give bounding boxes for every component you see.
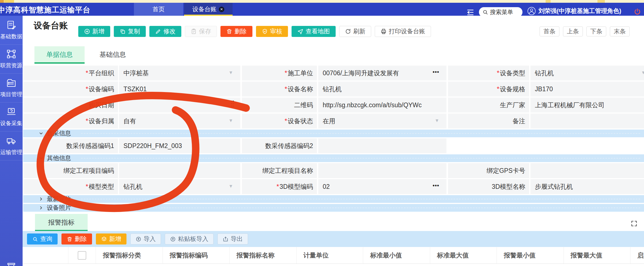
field-label-3D模型名称: 3D模型名称 [448, 179, 529, 194]
toolbar-button-修改[interactable]: 修改 [149, 26, 181, 37]
more-dots-icon[interactable]: ••• [433, 182, 439, 189]
chevron-down-icon[interactable]: ▼ [435, 118, 439, 123]
toolbar-button-刷新[interactable]: 刷新 [339, 26, 371, 37]
top-tab-equipment-ledger[interactable]: 设备台账 ✕ [184, 3, 233, 16]
alarm-button-粘贴板导入[interactable]: 粘贴板导入 [165, 233, 214, 244]
alarm-button-删除[interactable]: 删除 [61, 233, 92, 244]
nav-button-末条[interactable]: 末条 [610, 26, 630, 36]
nav-button-首条[interactable]: 首条 [540, 26, 559, 36]
alarm-button-新增[interactable]: 新增 [96, 233, 126, 244]
collapse-menu-icon[interactable] [466, 8, 475, 17]
user-avatar-icon [527, 7, 536, 15]
table-header-标准最小值: 标准最小值 [363, 247, 430, 264]
field-label-设备名称: *设备名称 [242, 82, 317, 96]
menu-search-label: 搜索菜单 [490, 8, 513, 16]
field-value-绑定工程项目名称[interactable] [318, 163, 446, 178]
fullscreen-icon[interactable] [630, 220, 638, 227]
printer-icon [381, 28, 387, 34]
field-value-绑定GPS卡号[interactable] [530, 163, 644, 178]
toolbar-button-审核[interactable]: 审核 [256, 26, 288, 37]
table-header-报警最大值: 报警最大值 [564, 247, 630, 264]
toolbar-button-复制[interactable]: 复制 [114, 26, 146, 37]
chevron-down-icon[interactable]: ▼ [641, 70, 644, 76]
field-value-二维码[interactable]: http://sg.nbzcgk.com/a/t/sub/QYWc [318, 98, 446, 112]
user-chip[interactable]: 刘荣强(中淳桩基施工管理角色) [527, 7, 621, 15]
section-bar-最新定位[interactable]: 最新定位 [23, 195, 644, 203]
field-label-平台组织: *平台组织 [23, 66, 118, 80]
active-form-tab-underline [34, 62, 85, 64]
alarm-button-导出[interactable]: 导出 [217, 233, 248, 244]
sidebar-item-1[interactable]: 基础数据 [0, 16, 23, 45]
toolbar-button-打印设备台账[interactable]: 打印设备台账 [375, 26, 431, 37]
section-label: 设备照片 [47, 204, 71, 212]
required-asterisk: * [285, 69, 287, 77]
toolbar-button-保存[interactable]: 保存 [185, 26, 217, 37]
chevron-down-icon[interactable] [39, 131, 44, 136]
field-value-设备编码[interactable]: TSZK01 [119, 82, 240, 96]
field-value-生产厂家[interactable]: 上海工程机械厂有限公司 [530, 98, 644, 112]
sidebar-item-4[interactable]: 设备采集 [0, 103, 23, 131]
field-value-设备名称[interactable]: 钻孔机 [318, 82, 446, 96]
close-icon[interactable]: ✕ [219, 7, 224, 12]
field-value-3D模型编码[interactable]: 02••• [318, 179, 446, 194]
section-bar-其他信息[interactable]: 其他信息 [23, 154, 644, 162]
trash-icon [226, 28, 232, 34]
search-icon [482, 9, 488, 15]
field-value-数采传感器编码1[interactable]: SDP220H_FM2_003 [119, 138, 240, 153]
toolbar-button-删除[interactable]: 删除 [220, 26, 252, 37]
nav-button-下条[interactable]: 下条 [586, 26, 606, 36]
tab-basic-info[interactable]: 基础信息 [88, 46, 138, 63]
toolbar-button-查看地图[interactable]: 查看地图 [292, 26, 336, 37]
chevron-down-icon[interactable]: ▼ [228, 70, 233, 76]
upload-circle-icon [170, 236, 176, 242]
field-value-数采传感器编码2[interactable] [318, 138, 446, 153]
field-value-施工单位[interactable]: 00706/上海同升建设发展有••• [318, 66, 446, 80]
section-bar-数采信息[interactable]: 数采信息 [23, 130, 644, 137]
field-value-模型类型[interactable]: 钻孔机▼ [119, 179, 240, 194]
field-value-备注[interactable] [530, 114, 644, 128]
sidebar-item-5[interactable]: 运输管理 [0, 131, 23, 160]
tab-alarm-indicators[interactable]: 报警指标 [35, 214, 88, 231]
copy-icon [120, 28, 126, 34]
field-label-施工单位: *施工单位 [242, 66, 317, 80]
date-picker-icon[interactable]: •••••• [231, 100, 234, 107]
field-value-3D模型名称[interactable]: 步履式钻孔机 [530, 179, 644, 194]
table-header-启用: 启用 [630, 247, 644, 264]
user-name: 刘荣强(中淳桩基施工管理角色) [538, 7, 621, 15]
chevron-right-icon[interactable] [39, 197, 44, 201]
field-value-绑定工程项目编码[interactable] [119, 163, 240, 178]
alarm-button-导入[interactable]: 导入 [130, 233, 161, 244]
field-value-设备类型[interactable]: 钻孔机▼ [530, 66, 644, 80]
chevron-down-icon[interactable] [39, 156, 44, 161]
field-label-设备状态: *设备状态 [242, 114, 317, 128]
table-header-标准最大值: 标准最大值 [430, 247, 497, 264]
table-header-报警指标分类: 报警指标分类 [96, 247, 162, 264]
top-tab-home[interactable]: 首页 [134, 3, 183, 16]
toolbar-button-新增[interactable]: 新增 [78, 26, 110, 37]
field-value-设备状态[interactable]: 在用▼ [318, 114, 446, 128]
field-value-设备归属[interactable]: 自有▼ [119, 114, 240, 128]
sidebar-item-label: 基础数据 [0, 33, 22, 40]
field-value-设备规格[interactable]: JB170 [530, 82, 644, 96]
tab-document-info[interactable]: 单据信息 [34, 46, 85, 63]
browser-strip-box [546, 0, 551, 3]
nav-button-上条[interactable]: 上条 [563, 26, 583, 36]
logout-power-icon[interactable] [634, 8, 641, 15]
field-label-数采传感器编码1: 数采传感器编码1 [23, 138, 118, 153]
chevron-down-icon[interactable]: ▼ [228, 118, 233, 123]
sidebar-item-3[interactable]: 项目管理 [0, 74, 23, 103]
browser-strip-box [4, 0, 14, 3]
sidebar-item-2[interactable]: 联营资源 [0, 45, 23, 74]
sidebar-item-label: 联营资源 [0, 62, 22, 69]
select-all-checkbox[interactable] [78, 251, 86, 260]
field-label-购买日期: 购买日期 [23, 98, 118, 112]
chevron-right-icon[interactable] [39, 205, 44, 210]
table-header-报警最小值: 报警最小值 [497, 247, 563, 264]
alarm-button-查询[interactable]: 查询 [27, 233, 58, 244]
more-dots-icon[interactable]: ••• [433, 69, 439, 75]
field-value-购买日期[interactable]: •••••• [119, 98, 240, 112]
sidebar-item-extra[interactable] [0, 252, 23, 266]
chevron-down-icon[interactable]: ▼ [228, 184, 233, 189]
section-bar-设备照片[interactable]: 设备照片 [23, 204, 644, 212]
field-value-平台组织[interactable]: 中淳桩基▼ [119, 66, 240, 80]
